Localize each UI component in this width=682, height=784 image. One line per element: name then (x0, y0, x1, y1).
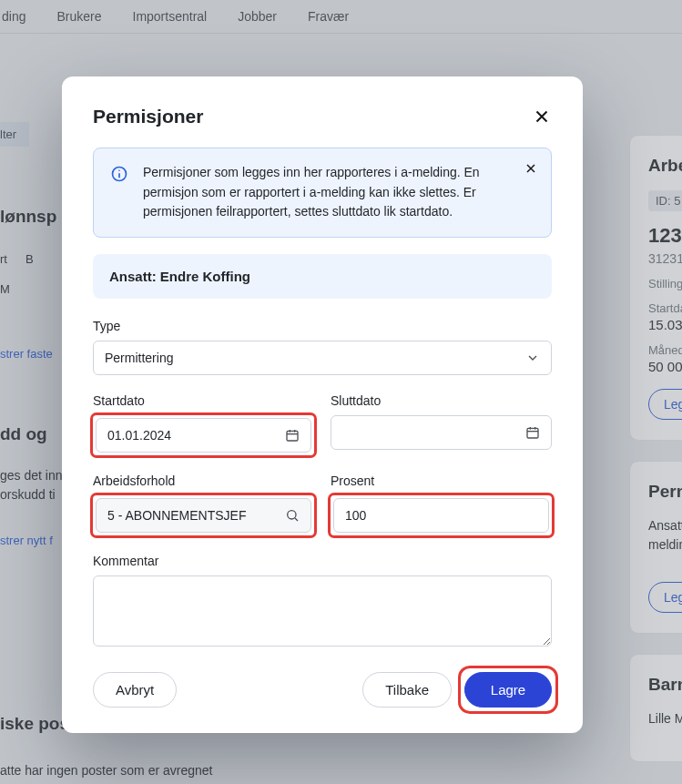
leave-modal: Permisjoner Permisjoner som legges inn h… (62, 76, 583, 733)
close-button[interactable] (532, 107, 552, 127)
svg-point-11 (288, 511, 296, 519)
start-date-label: Startdato (93, 393, 314, 408)
svg-point-2 (118, 169, 120, 171)
back-button[interactable]: Tilbake (362, 672, 452, 708)
employment-label: Arbeidsforhold (93, 473, 314, 488)
employment-lookup[interactable] (96, 498, 311, 533)
end-date-field[interactable] (342, 425, 525, 440)
calendar-icon (285, 428, 300, 443)
save-button[interactable]: Lagre (464, 672, 552, 708)
svg-rect-3 (287, 431, 298, 441)
start-date-input[interactable] (96, 418, 311, 453)
close-icon (532, 107, 552, 127)
cancel-button[interactable]: Avbryt (93, 672, 177, 708)
search-icon (285, 508, 300, 523)
percent-field[interactable] (345, 508, 537, 523)
modal-title: Permisjoner (93, 106, 203, 127)
info-alert: Permisjoner som legges inn her rapporter… (93, 148, 552, 238)
employment-field[interactable] (107, 508, 285, 523)
calendar-icon (525, 425, 540, 440)
type-select[interactable]: Permittering (93, 341, 552, 375)
start-date-field[interactable] (107, 428, 285, 443)
type-label: Type (93, 319, 552, 333)
comment-textarea[interactable] (93, 575, 552, 647)
svg-line-12 (295, 518, 298, 521)
svg-rect-7 (527, 428, 538, 438)
end-date-input[interactable] (331, 415, 552, 450)
end-date-label: Sluttdato (331, 393, 552, 408)
dismiss-info-button[interactable] (524, 161, 538, 176)
percent-input[interactable] (333, 498, 549, 533)
chevron-down-icon (525, 351, 540, 365)
info-icon (110, 165, 128, 183)
comment-label: Kommentar (93, 554, 552, 568)
percent-label: Prosent (331, 473, 552, 488)
employee-banner: Ansatt: Endre Koffing (93, 254, 552, 299)
type-value: Permittering (105, 351, 173, 365)
info-text: Permisjoner som legges inn her rapporter… (143, 163, 534, 222)
